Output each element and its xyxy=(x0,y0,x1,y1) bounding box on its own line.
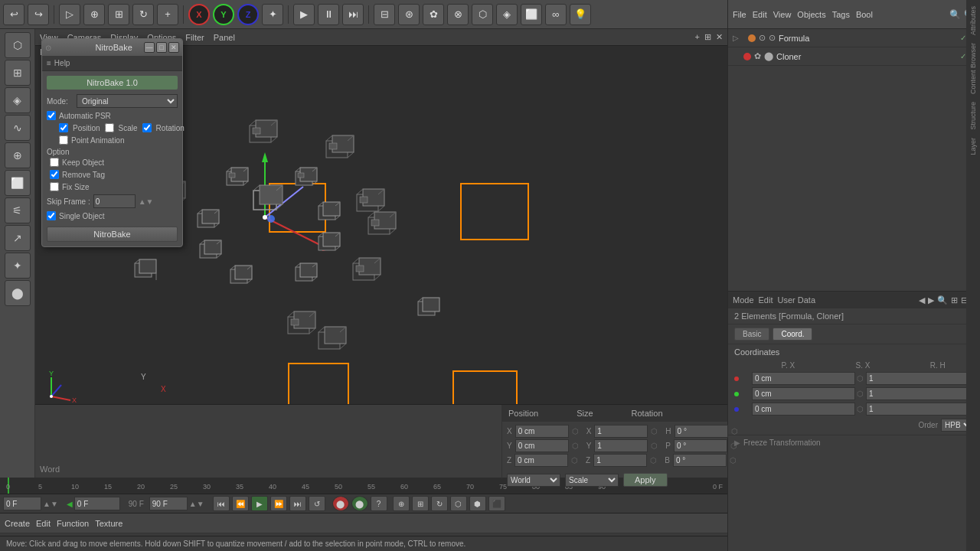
psr-z-rot[interactable] xyxy=(673,454,727,467)
scale-check[interactable] xyxy=(105,123,114,132)
viewport-btn-3[interactable]: ✕ xyxy=(716,32,723,42)
psr-y-size[interactable] xyxy=(594,439,648,452)
obj5[interactable]: ⬡ xyxy=(472,4,493,25)
mode-btn-3[interactable]: ◈ xyxy=(5,87,31,113)
keep-object-check[interactable] xyxy=(50,158,59,167)
psr-y-pos-spinner[interactable]: ⬡ xyxy=(572,442,579,450)
viewport-menu-filter[interactable]: Filter xyxy=(185,33,204,42)
position-check[interactable] xyxy=(59,123,68,132)
nitrobake-titlebar[interactable]: ⊙ NitroBake — □ ✕ xyxy=(42,39,182,56)
edit-menu[interactable]: Edit xyxy=(753,10,767,19)
py-spinner[interactable]: ⬡ xyxy=(857,390,864,398)
formula-row[interactable]: ▷ ⊙ ⊙ Formula ✓ ✓ xyxy=(728,29,980,47)
mode-btn-4[interactable]: ∿ xyxy=(5,115,31,141)
psr-x-pos[interactable] xyxy=(515,425,569,438)
pla-key-btn[interactable]: ⬢ xyxy=(469,496,486,511)
mode-btn-9[interactable]: ✦ xyxy=(5,253,31,279)
render-region[interactable]: ⏸ xyxy=(318,4,339,25)
undo-btn[interactable]: ↩ xyxy=(3,4,24,25)
function-menu[interactable]: Function xyxy=(57,519,89,528)
psr-y-rot-spinner[interactable]: ⬡ xyxy=(730,442,737,450)
pz-input[interactable] xyxy=(752,403,855,416)
attr-btn1[interactable]: ⊞ xyxy=(951,295,958,305)
goto-end-btn[interactable]: ⏭ xyxy=(289,496,306,511)
obj4[interactable]: ⊗ xyxy=(447,4,469,25)
frame-spinner[interactable]: ▲▼ xyxy=(43,500,58,508)
viewport-menu-panel[interactable]: Panel xyxy=(214,33,235,42)
mode-attr[interactable]: Mode xyxy=(733,295,754,305)
skip-frame-spinner[interactable]: ▲▼ xyxy=(139,197,154,206)
viewport-btn-2[interactable]: ⊞ xyxy=(704,32,711,42)
attr-nav-fwd[interactable]: ▶ xyxy=(928,295,934,305)
move-key-btn[interactable]: ⊕ xyxy=(393,496,410,511)
edit-attr[interactable]: Edit xyxy=(759,295,773,305)
auto-psr-check[interactable] xyxy=(47,111,56,120)
tags-menu[interactable]: Tags xyxy=(832,10,850,19)
rot-key-btn[interactable]: ↻ xyxy=(431,496,448,511)
world-select[interactable]: World xyxy=(507,474,560,487)
px-spinner[interactable]: ⬡ xyxy=(857,374,864,383)
snap-btn[interactable]: ✦ xyxy=(262,4,283,25)
play-btn[interactable]: ▶ xyxy=(293,4,315,25)
pz-spinner[interactable]: ⬡ xyxy=(857,405,864,413)
file-menu[interactable]: File xyxy=(733,10,746,19)
transform-tool[interactable]: + xyxy=(157,4,178,25)
minimize-btn[interactable]: — xyxy=(144,42,155,53)
start-frame-input[interactable] xyxy=(74,497,120,510)
current-frame-input[interactable] xyxy=(3,497,41,510)
motion-key-btn[interactable]: ⬛ xyxy=(488,496,505,511)
scale-select[interactable]: Scale xyxy=(565,474,619,487)
psr-x-rot-spinner[interactable]: ⬡ xyxy=(731,427,738,435)
vert-tab-layer[interactable]: Layer xyxy=(968,135,978,158)
psr-y-size-spinner[interactable]: ⬡ xyxy=(651,442,658,450)
psr-z-size[interactable] xyxy=(593,454,647,467)
fix-size-check[interactable] xyxy=(50,182,59,191)
prev-frame-btn[interactable]: ⏪ xyxy=(232,496,249,511)
objects-menu[interactable]: Objects xyxy=(797,10,825,19)
psr-z-pos-spinner[interactable]: ⬡ xyxy=(571,456,578,465)
mode-btn-7[interactable]: ⚟ xyxy=(5,197,31,223)
coord-tab[interactable]: Coord. xyxy=(773,328,812,341)
select-tool[interactable]: ▷ xyxy=(59,4,80,25)
userdata-attr[interactable]: User Data xyxy=(778,295,816,305)
psr-z-size-spinner[interactable]: ⬡ xyxy=(650,456,657,465)
freeze-row[interactable]: ▶ Freeze Transformation xyxy=(734,439,974,447)
z-axis-btn[interactable]: Z xyxy=(237,4,259,25)
px-input[interactable] xyxy=(752,372,855,385)
obj3[interactable]: ✿ xyxy=(423,4,444,25)
view-menu[interactable]: View xyxy=(773,10,792,19)
psr-z-rot-spinner[interactable]: ⬡ xyxy=(730,456,737,465)
search-icon[interactable]: 🔍 xyxy=(949,9,961,20)
attr-search[interactable]: 🔍 xyxy=(937,295,948,305)
sx-input[interactable] xyxy=(866,372,969,385)
obj2[interactable]: ⊛ xyxy=(398,4,420,25)
obj8[interactable]: ∞ xyxy=(545,4,567,25)
psr-x-size-spinner[interactable]: ⬡ xyxy=(651,427,658,435)
scale-tool[interactable]: ⊞ xyxy=(108,4,129,25)
mode-btn-10[interactable]: ⬤ xyxy=(5,280,31,306)
remove-tag-check[interactable] xyxy=(50,170,59,179)
light-btn[interactable]: 💡 xyxy=(570,4,591,25)
y-axis-btn[interactable]: Y xyxy=(213,4,234,25)
render-view[interactable]: ⏭ xyxy=(342,4,364,25)
redo-btn[interactable]: ↪ xyxy=(28,4,49,25)
mode-btn-6[interactable]: ⬜ xyxy=(5,170,31,196)
sz-input[interactable] xyxy=(866,403,969,416)
close-btn[interactable]: ✕ xyxy=(168,42,179,53)
psr-x-pos-spinner[interactable]: ⬡ xyxy=(572,427,579,435)
mode-btn-1[interactable]: ⬡ xyxy=(5,32,31,58)
next-frame-btn[interactable]: ⏩ xyxy=(270,496,287,511)
edit-menu2[interactable]: Edit xyxy=(36,519,51,528)
record-btn[interactable]: ⬤ xyxy=(332,496,349,511)
psr-x-rot[interactable] xyxy=(675,425,728,438)
obj1[interactable]: ⊟ xyxy=(374,4,395,25)
mode-btn-5[interactable]: ⊕ xyxy=(5,142,31,168)
vert-tab-content[interactable]: Content Browser xyxy=(968,40,978,97)
vert-tab-attributes[interactable]: Attributes xyxy=(968,3,978,38)
help-label[interactable]: Help xyxy=(54,59,70,67)
apply-button[interactable]: Apply xyxy=(623,473,668,487)
param-key-btn[interactable]: ⬡ xyxy=(450,496,467,511)
play-btn[interactable]: ▶ xyxy=(251,496,268,511)
help-btn[interactable]: ? xyxy=(371,496,387,511)
psr-y-pos[interactable] xyxy=(515,439,569,452)
